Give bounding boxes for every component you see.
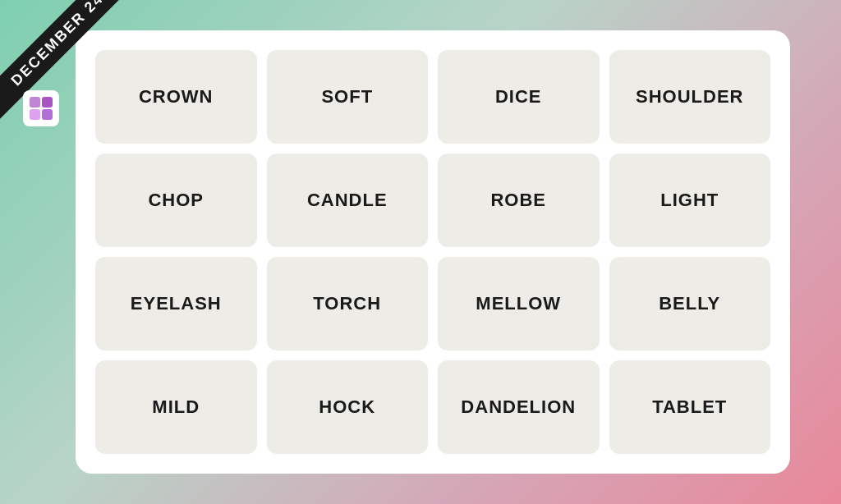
tile-label-shoulder: SHOULDER: [636, 86, 743, 108]
tile-chop[interactable]: CHOP: [95, 153, 257, 247]
tile-dice[interactable]: DICE: [438, 50, 600, 144]
tile-light[interactable]: LIGHT: [609, 153, 771, 247]
tile-label-torch: TORCH: [313, 293, 381, 314]
main-card: CROWNSOFTDICESHOULDERCHOPCANDLEROBELIGHT…: [76, 30, 790, 474]
date-banner: DECEMBER 24: [0, 0, 138, 120]
tile-label-mellow: MELLOW: [476, 293, 561, 314]
svg-rect-3: [42, 109, 53, 120]
tile-label-candle: CANDLE: [307, 190, 388, 211]
tile-label-light: LIGHT: [660, 190, 719, 211]
app-icon: [23, 90, 59, 126]
tile-soft[interactable]: SOFT: [267, 50, 429, 144]
date-label: DECEMBER 24: [8, 0, 107, 89]
tile-label-chop: CHOP: [148, 190, 204, 211]
tile-shoulder[interactable]: SHOULDER: [609, 50, 771, 144]
tile-belly[interactable]: BELLY: [609, 257, 771, 351]
tile-mellow[interactable]: MELLOW: [438, 257, 600, 351]
tile-torch[interactable]: TORCH: [267, 257, 429, 351]
tile-tablet[interactable]: TABLET: [609, 360, 771, 454]
tile-hock[interactable]: HOCK: [267, 360, 429, 454]
tile-label-robe: ROBE: [490, 190, 546, 211]
svg-rect-0: [30, 97, 40, 108]
tile-label-dandelion: DANDELION: [461, 396, 576, 418]
tile-label-hock: HOCK: [319, 396, 375, 418]
tile-robe[interactable]: ROBE: [438, 153, 600, 247]
tile-label-tablet: TABLET: [652, 396, 727, 418]
svg-rect-1: [42, 97, 53, 108]
corner-banner: DECEMBER 24: [0, 0, 164, 164]
tile-label-soft: SOFT: [321, 86, 373, 108]
tile-label-mild: MILD: [152, 396, 200, 418]
svg-rect-2: [30, 109, 40, 120]
tile-label-dice: DICE: [495, 86, 542, 108]
tile-label-eyelash: EYELASH: [131, 293, 222, 314]
tile-label-belly: BELLY: [659, 293, 720, 314]
tile-eyelash[interactable]: EYELASH: [95, 257, 257, 351]
tile-mild[interactable]: MILD: [95, 360, 257, 454]
word-grid: CROWNSOFTDICESHOULDERCHOPCANDLEROBELIGHT…: [95, 50, 770, 454]
tile-candle[interactable]: CANDLE: [267, 153, 429, 247]
tile-dandelion[interactable]: DANDELION: [438, 360, 600, 454]
